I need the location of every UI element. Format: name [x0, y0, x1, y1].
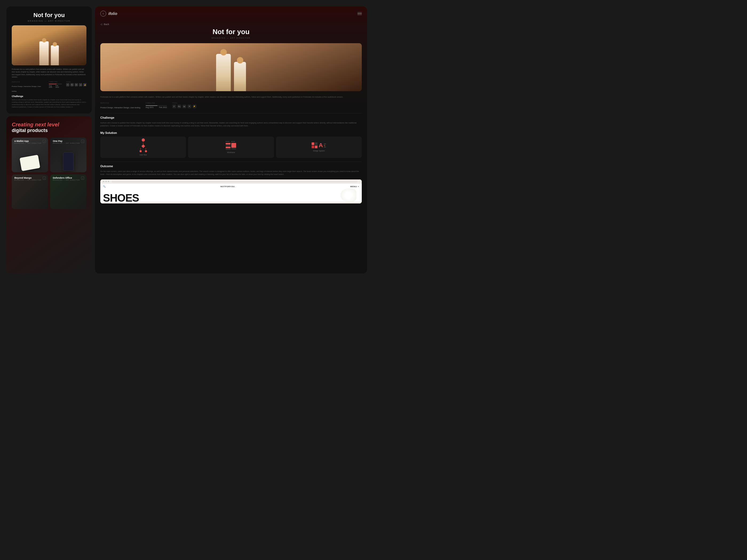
ewallet-expand-icon[interactable]: ⤢ — [43, 140, 46, 143]
back-button[interactable]: ◁ Back — [95, 21, 367, 28]
onepay-expand-icon[interactable]: ⤢ — [81, 140, 84, 143]
flow-branch-left — [139, 148, 141, 152]
flow-end-right — [145, 150, 147, 152]
ds-cell-4 — [315, 145, 317, 148]
wf-dots-2 — [231, 141, 236, 142]
flow-end-left — [139, 150, 141, 152]
flow-connector-1 — [143, 142, 143, 144]
portfolio-card-ewallet[interactable]: e-Wallet App BRANDING — ART DIRECTOR ⤢ — [12, 138, 48, 172]
right-service-col: SERVICE Product Design, Interaction Desi… — [100, 102, 140, 109]
right-meta: SERVICE Product Design, Interaction Desi… — [100, 102, 362, 109]
site-url-bar — [112, 181, 358, 183]
tool-icon-ae: ⚡ — [83, 83, 86, 86]
right-service-label: SERVICE — [100, 102, 140, 104]
ds-line-1 — [324, 144, 326, 144]
wf-dot-3 — [228, 141, 229, 142]
right-timeline-col: TIMELINE Aug 2021 Feb 2022 — [146, 102, 167, 108]
headline-italic: Creating next level — [12, 122, 59, 128]
hamburger-menu[interactable] — [358, 12, 362, 15]
right-service-value: Product Design, Interaction Design, User… — [100, 107, 140, 109]
ds-cell-1 — [312, 142, 314, 145]
site-dot-2 — [105, 181, 107, 182]
tool-col: TOOL F Ps W ✦ ⚡ — [66, 81, 86, 93]
flow-top-circle — [141, 138, 145, 141]
design-system-visual: A — [312, 142, 326, 148]
right-timeline-end: Feb 2022 — [159, 106, 167, 108]
back-label: Back — [104, 23, 109, 26]
right-panel: ◎ ifolio ◁ Back Not for you BRANDING — A… — [95, 6, 367, 274]
flow-branches — [139, 148, 147, 152]
hamburger-line-1 — [358, 12, 362, 13]
site-top-bar — [100, 180, 362, 184]
site-big-text: SHOES — [103, 192, 139, 202]
outcome-title: Outcome — [100, 164, 362, 168]
divider-2 — [100, 162, 362, 162]
left-hero-image — [12, 25, 86, 65]
r-tool-w: W — [182, 105, 186, 108]
portfolio-headline: Creating next level digital products — [12, 122, 86, 133]
mango-expand-icon[interactable]: ⤢ — [43, 177, 46, 180]
flow-v-line-r — [146, 148, 146, 150]
site-body: 🔍 NOTFORYOU. MENU ≡ SHOES — [100, 184, 362, 202]
portfolio-card-mango[interactable]: Beyond Mango BRANDING — ART DIRECTOR ⤢ — [12, 175, 48, 209]
service-value: Product Design, Interaction Design, User… — [12, 86, 41, 92]
left-card-subtitle: BRANDING — ART DIRECTOR — [12, 20, 86, 22]
left-panel: Not for you BRANDING — ART DIRECTOR Fict… — [6, 6, 92, 274]
r-tool-figma: F — [172, 105, 176, 108]
hamburger-line-3 — [358, 15, 362, 15]
timeline-end: Feb 2022 — [55, 85, 62, 88]
portfolio-card-defenders[interactable]: Defenders Office BRANDING — ART DIRECTOR… — [50, 175, 86, 209]
solution-section-title: My Solution — [100, 131, 362, 134]
portfolio-card-onepay[interactable]: One Pay BRANDING — ART DIRECTOR ⤢ — [50, 138, 86, 172]
person-figure-1 — [40, 41, 49, 65]
ds-a-letter: A — [318, 142, 323, 148]
tool-icon-w: W — [75, 83, 78, 86]
left-card-description: Fictionale.me is a web platform that con… — [12, 68, 86, 78]
defenders-subtitle: BRANDING — ART DIRECTOR — [53, 179, 80, 181]
wf-dot-1 — [226, 141, 227, 142]
challenge-title: Challenge — [12, 95, 86, 98]
r-tool-xd: ✦ — [187, 105, 191, 108]
right-header: ◎ ifolio — [95, 6, 367, 21]
solution-grid: User flow — [100, 136, 362, 158]
right-tool-label: TOOL — [172, 102, 196, 104]
tool-icon-figma: F — [66, 83, 69, 86]
card-meta: SERVICE Product Design, Interaction Desi… — [12, 81, 86, 93]
mango-label: Beyond Mango BRANDING — ART DIRECTOR — [15, 177, 41, 181]
service-col: SERVICE Product Design, Interaction Desi… — [12, 81, 45, 93]
defenders-expand-icon[interactable]: ⤢ — [81, 177, 84, 180]
logo-icon: ◎ — [100, 11, 106, 17]
timeline-dates: Aug 2021 Feb 2022 — [49, 85, 62, 88]
wireframe-label: Wireframe — [227, 152, 235, 153]
right-timeline-bar — [146, 105, 167, 106]
wallet-device — [20, 155, 40, 171]
timeline-label: TIMELINE — [49, 81, 62, 83]
ds-grid — [312, 142, 317, 148]
right-timeline-label: TIMELINE — [146, 102, 167, 104]
wf-bar-3 — [226, 146, 231, 148]
defenders-title: Defenders Office — [53, 177, 80, 179]
timeline-bar — [49, 84, 62, 84]
ewallet-title: e-Wallet App — [15, 140, 41, 142]
wf-bar-tall — [231, 143, 236, 148]
right-tools-row: F Ps W ✦ ⚡ — [172, 105, 196, 108]
challenge-section: Challenge Authors who choose to publish … — [12, 95, 86, 108]
divider-1 — [100, 113, 362, 113]
wf-bar-1 — [226, 143, 231, 144]
challenge-detail-text: Authors who choose to publish their book… — [100, 121, 362, 127]
timeline-col: TIMELINE Aug 2021 Feb 2022 — [49, 81, 62, 93]
ds-cell-2 — [315, 142, 317, 145]
wf-col-1 — [226, 141, 231, 150]
logo-area: ◎ ifolio — [100, 11, 117, 17]
right-hero-image — [100, 43, 362, 91]
wf-dot-6 — [234, 141, 235, 142]
ds-circle — [324, 145, 325, 146]
design-system-label: Design System — [313, 150, 325, 152]
left-card-title: Not for you — [12, 12, 86, 19]
site-nav-menu: MENU ≡ — [350, 186, 359, 187]
solution-card-flow: User flow — [100, 136, 186, 158]
site-search-icon: 🔍 — [103, 185, 106, 188]
right-title: Not for you — [100, 28, 362, 36]
headline-bold: digital products — [12, 128, 86, 133]
r-person-2 — [234, 62, 246, 91]
